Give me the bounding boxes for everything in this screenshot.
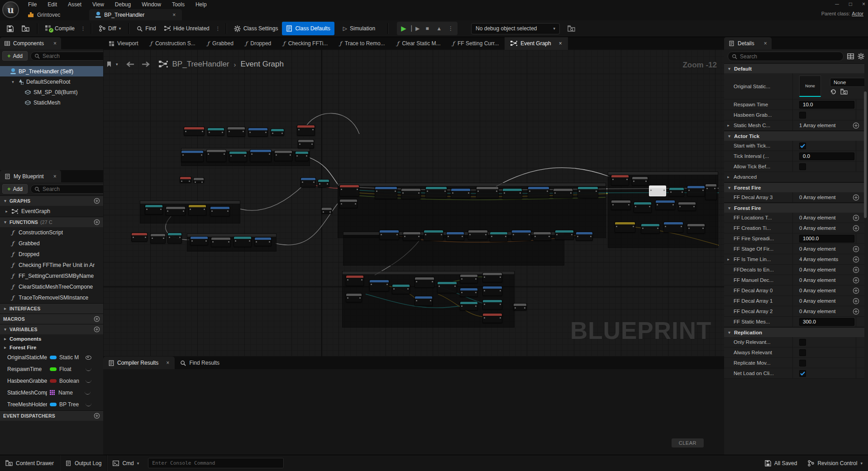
graph-node[interactable]	[460, 301, 478, 310]
variable-row[interactable]: StaticMeshCompеName	[0, 387, 103, 399]
graph-node[interactable]	[446, 232, 464, 241]
expander-icon[interactable]: ▸	[3, 306, 7, 311]
compiler-results-tab[interactable]: Compiler Results ×	[103, 357, 175, 369]
graph-node[interactable]	[476, 186, 499, 198]
graph-node[interactable]	[482, 300, 502, 309]
graph-node[interactable]	[188, 205, 206, 215]
graph-node[interactable]	[678, 202, 696, 211]
add-element-button[interactable]	[853, 298, 859, 304]
function-item[interactable]: ƒClearStaticMeshTreeCompone	[0, 281, 103, 292]
graph-node[interactable]	[687, 186, 705, 196]
category-header-forest-fire[interactable]: ▾Forest Fire	[724, 203, 864, 213]
menu-item-tools[interactable]: Tools	[167, 0, 190, 9]
components-search-input[interactable]	[43, 53, 113, 59]
menu-item-help[interactable]: Help	[190, 0, 212, 9]
add-element-button[interactable]	[853, 308, 859, 315]
section-header-graphs[interactable]: ▾GRAPHS	[0, 195, 103, 206]
section-header-interfaces[interactable]: ▸INTERFACES	[0, 303, 103, 314]
expander-icon[interactable]: ▸	[726, 123, 730, 128]
breadcrumb-root[interactable]: BP_TreeHandler	[172, 60, 229, 69]
graph-tab-clear-static-m-[interactable]: ƒClear Static M...	[391, 37, 447, 50]
class-defaults-button[interactable]: Class Defaults	[282, 22, 334, 35]
asset-thumbnail[interactable]: None	[799, 76, 821, 97]
variable-group-forest-fire[interactable]: ▸Forest Fire	[0, 343, 103, 352]
graph-node[interactable]	[227, 127, 245, 137]
graph-node[interactable]	[528, 186, 549, 198]
close-button[interactable]: ×	[862, 1, 865, 7]
graph-tab-trace-to-remo-[interactable]: ƒTrace to Remo...	[334, 37, 391, 50]
add-element-button[interactable]	[853, 256, 859, 263]
menu-item-asset[interactable]: Asset	[62, 0, 87, 9]
maximize-button[interactable]: □	[849, 1, 852, 7]
category-header-forest-fire[interactable]: ▾Forest Fire	[724, 182, 864, 192]
close-icon[interactable]: ×	[559, 40, 562, 47]
property-input[interactable]	[799, 101, 854, 109]
property-input[interactable]	[799, 152, 854, 160]
cmd-dropdown[interactable]: Cmd▾	[107, 455, 144, 471]
play-options-button[interactable]: ⋮	[445, 23, 457, 34]
class-settings-button[interactable]: Class Settings	[230, 22, 282, 35]
graph-node[interactable]	[150, 233, 166, 243]
function-item[interactable]: ƒDropped	[0, 249, 103, 260]
graph-node[interactable]	[437, 281, 457, 293]
graph-node[interactable]	[663, 222, 683, 233]
graph-node[interactable]	[649, 186, 666, 196]
add-icon[interactable]	[94, 198, 100, 204]
console-command-input[interactable]	[148, 458, 284, 468]
minimize-button[interactable]: ─	[835, 1, 839, 7]
asset-dropdown[interactable]: None▾	[830, 78, 864, 87]
details-search-input[interactable]	[740, 53, 839, 60]
add-element-button[interactable]	[853, 246, 859, 252]
all-saved-indicator[interactable]: All Saved	[759, 455, 803, 471]
graph-node[interactable]	[339, 199, 358, 208]
debug-object-dropdown[interactable]: No debug object selected▾	[471, 23, 560, 34]
graph-item[interactable]: ▸EventGraph	[0, 206, 103, 217]
graph-node[interactable]	[424, 230, 444, 241]
bookmark-icon[interactable]	[107, 61, 111, 67]
property-input[interactable]	[799, 318, 854, 326]
menu-item-file[interactable]: File	[23, 0, 42, 9]
graph-node[interactable]	[339, 185, 359, 196]
graph-node[interactable]	[460, 288, 478, 297]
graph-node[interactable]	[705, 184, 717, 200]
graph-node[interactable]	[298, 139, 314, 148]
graph-node[interactable]	[511, 230, 531, 241]
graph-node[interactable]	[553, 188, 573, 198]
expander-icon[interactable]: ▾	[3, 199, 7, 203]
variable-row[interactable]: RespawnTimeFloat	[0, 363, 103, 375]
menu-item-edit[interactable]: Edit	[42, 0, 62, 9]
section-header-variables[interactable]: ▾VARIABLES	[0, 324, 103, 334]
revision-control-button[interactable]: Revision Control▾	[802, 455, 868, 471]
details-scrollbar[interactable]	[864, 91, 867, 449]
details-search[interactable]	[728, 52, 844, 61]
component-tree-row[interactable]: ▾DefaultSceneRoot	[0, 76, 103, 87]
graph-node[interactable]	[369, 280, 389, 291]
function-item[interactable]: ƒFF_SettingCurrentISMByName	[0, 271, 103, 281]
function-item[interactable]: ƒTraceToRemoveISMInstance	[0, 292, 103, 303]
graph-node[interactable]	[577, 186, 598, 198]
graph-node[interactable]	[295, 151, 309, 161]
component-tree-row[interactable]: StaticMesh	[0, 97, 103, 108]
category-header-replication[interactable]: ▾Replication	[724, 327, 864, 337]
graph-node[interactable]	[229, 151, 247, 162]
browse-to-asset-button[interactable]	[840, 89, 848, 95]
graph-node[interactable]	[415, 296, 433, 306]
eye-closed-icon[interactable]	[85, 391, 91, 395]
nav-back-icon[interactable]	[126, 62, 134, 67]
output-log-button[interactable]: Output Log	[60, 455, 107, 471]
eye-closed-icon[interactable]	[86, 368, 91, 371]
nav-forward-icon[interactable]	[142, 62, 150, 67]
find-button[interactable]: Find	[133, 22, 160, 35]
expander-icon[interactable]: ▸	[3, 345, 7, 350]
asset-tab-level[interactable]: Grintovec	[22, 9, 67, 20]
section-header-macros[interactable]: MACROS	[0, 314, 103, 324]
graph-node[interactable]	[392, 284, 410, 294]
expander-icon[interactable]: ▾	[3, 327, 7, 332]
find-results-tab[interactable]: Find Results	[175, 357, 225, 369]
add-icon[interactable]	[94, 413, 100, 419]
property-checkbox[interactable]	[799, 112, 806, 119]
my-blueprint-tab[interactable]: My Blueprint ×	[0, 170, 61, 182]
add-element-button[interactable]	[853, 194, 859, 201]
use-selected-button[interactable]	[830, 89, 836, 95]
eject-button[interactable]: ▲	[433, 23, 445, 34]
